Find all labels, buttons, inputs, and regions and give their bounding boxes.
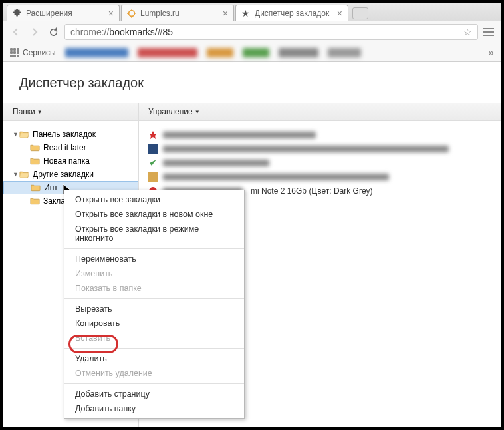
bookmarks-bar: Сервисы » — [3, 43, 501, 62]
ctx-cut[interactable]: Вырезать — [64, 302, 244, 316]
tab-strip: Расширения × Lumpics.ru × ★ Диспетчер за… — [3, 3, 501, 21]
ctx-add-page[interactable]: Добавить страницу — [64, 387, 244, 401]
address-bar[interactable]: chrome://bookmarks/#85 ☆ — [64, 24, 478, 40]
favicon — [148, 158, 158, 168]
context-menu: Открыть все закладки Открыть все закладк… — [64, 190, 245, 419]
svg-point-0 — [129, 10, 135, 16]
favicon — [148, 130, 158, 140]
ctx-open-all[interactable]: Открыть все закладки — [64, 192, 244, 207]
separator — [64, 248, 244, 249]
list-item[interactable] — [139, 128, 501, 142]
caret-down-icon: ▼ — [195, 109, 200, 115]
apps-icon — [10, 48, 19, 57]
ctx-paste: Вставить — [64, 331, 244, 345]
page-title: Диспетчер закладок — [3, 62, 501, 103]
ctx-delete[interactable]: Удалить — [64, 351, 244, 366]
folder-open-icon — [19, 170, 29, 178]
back-button[interactable] — [9, 25, 23, 39]
tab-label: Расширения — [26, 9, 72, 18]
folders-header[interactable]: Папки▼ — [3, 103, 139, 120]
folder-icon — [30, 157, 40, 165]
close-icon[interactable]: × — [337, 9, 342, 18]
ctx-open-all-new-window[interactable]: Открыть все закладки в новом окне — [64, 207, 244, 222]
expander-icon[interactable]: ▼ — [13, 131, 19, 138]
tab-lumpics[interactable]: Lumpics.ru × — [121, 5, 234, 21]
svg-rect-6 — [148, 172, 158, 182]
list-item[interactable] — [139, 156, 501, 170]
sun-icon — [127, 9, 136, 18]
blurred-bookmarks — [65, 48, 361, 57]
tab-label: Lumpics.ru — [140, 9, 180, 18]
forward-button[interactable] — [27, 25, 42, 39]
separator — [64, 383, 244, 384]
reload-button[interactable] — [46, 25, 61, 39]
list-item[interactable] — [139, 170, 501, 184]
ctx-copy[interactable]: Копировать — [64, 316, 244, 331]
blurred-text — [163, 146, 449, 152]
tree-item-bookmark-bar[interactable]: ▼ Панель закладок — [3, 128, 138, 141]
caret-down-icon: ▼ — [37, 109, 43, 115]
folder-open-icon — [19, 130, 29, 138]
tree-item-read-later[interactable]: Read it later — [3, 141, 138, 154]
list-item[interactable] — [139, 142, 501, 156]
tree-item-new-folder[interactable]: Новая папка — [3, 154, 138, 168]
folder-icon — [30, 144, 40, 152]
bookmark-star-icon[interactable]: ☆ — [463, 27, 472, 37]
browser-window: Расширения × Lumpics.ru × ★ Диспетчер за… — [3, 3, 501, 427]
blurred-text — [163, 160, 269, 166]
toolbar: chrome://bookmarks/#85 ☆ — [3, 21, 501, 43]
ctx-undo-delete: Отменить удаление — [64, 366, 244, 381]
close-icon[interactable]: × — [108, 9, 114, 18]
new-tab-button[interactable] — [352, 7, 368, 19]
favicon — [148, 172, 158, 182]
puzzle-icon — [13, 9, 22, 18]
tab-bookmarks-manager[interactable]: ★ Диспетчер закладок × — [235, 5, 348, 21]
list-item-text: mi Note 2 16Gb (Цвет: Dark Grey) — [251, 186, 373, 196]
blurred-text — [163, 132, 316, 138]
close-icon[interactable]: × — [223, 9, 228, 18]
tab-extensions[interactable]: Расширения × — [7, 5, 120, 21]
ctx-open-all-incognito[interactable]: Открыть все закладки в режиме инкогнито — [64, 222, 244, 246]
folder-icon — [31, 184, 41, 192]
apps-shortcut[interactable]: Сервисы — [10, 48, 56, 57]
separator — [64, 348, 244, 349]
url-path: bookmarks/#85 — [109, 27, 173, 37]
svg-rect-5 — [148, 144, 158, 154]
tab-label: Диспетчер закладок — [255, 9, 329, 18]
folder-icon — [30, 197, 40, 205]
expander-icon[interactable]: ▼ — [13, 171, 19, 178]
ctx-add-folder[interactable]: Добавить папку — [64, 401, 244, 416]
ctx-rename[interactable]: Переименовать — [64, 252, 244, 266]
separator — [64, 298, 244, 299]
url-host: chrome:// — [70, 27, 109, 37]
chrome-menu-button[interactable] — [482, 25, 495, 39]
column-headers: Папки▼ Управление▼ — [3, 103, 501, 121]
manage-header[interactable]: Управление▼ — [139, 103, 209, 120]
tree-item-other-bookmarks[interactable]: ▼ Другие закладки — [3, 168, 138, 181]
blurred-text — [163, 174, 389, 180]
ctx-show-in-folder: Показать в папке — [64, 281, 244, 296]
ctx-edit: Изменить — [64, 266, 244, 281]
apps-label: Сервисы — [23, 48, 56, 57]
star-icon: ★ — [241, 9, 251, 18]
favicon — [148, 144, 158, 154]
other-bookmarks-chevron[interactable]: » — [488, 47, 494, 59]
